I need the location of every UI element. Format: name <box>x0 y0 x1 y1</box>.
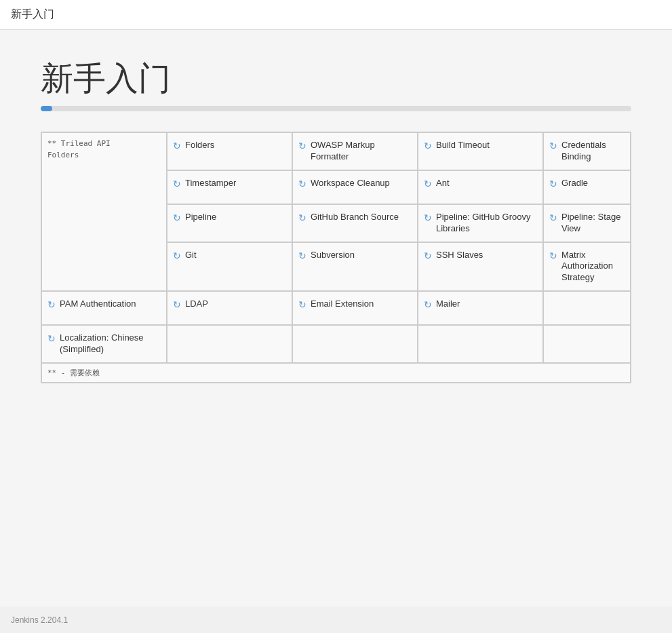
refresh-icon: ↻ <box>549 212 557 223</box>
refresh-icon: ↻ <box>298 299 307 310</box>
top-bar-title: 新手入门 <box>11 7 54 22</box>
plugin-cell-folders[interactable]: ↻ Folders <box>167 132 292 170</box>
plugin-cell-localization[interactable]: ↻ Localization: Chinese (Simplified) <box>41 325 167 363</box>
plugin-name: SSH Slaves <box>436 250 483 261</box>
plugin-name: Localization: Chinese (Simplified) <box>60 332 159 356</box>
plugin-cell-subversion[interactable]: ↻ Subversion <box>292 242 418 292</box>
refresh-icon: ↻ <box>298 178 307 189</box>
empty-cell <box>292 325 418 363</box>
refresh-icon: ↻ <box>173 250 181 261</box>
plugin-name: GitHub Branch Source <box>311 212 399 223</box>
progress-bar-fill <box>41 106 52 111</box>
plugin-name: Pipeline: Stage View <box>561 212 623 235</box>
plugin-cell-credentials-binding[interactable]: ↻ Credentials Binding <box>543 132 631 170</box>
plugin-name: Mailer <box>436 299 460 310</box>
plugin-name: Ant <box>436 178 450 189</box>
refresh-icon: ↻ <box>47 299 56 310</box>
plugin-name: Credentials Binding <box>561 140 623 163</box>
refresh-icon: ↻ <box>549 250 557 261</box>
plugin-cell-github-branch[interactable]: ↻ GitHub Branch Source <box>292 204 418 242</box>
refresh-icon: ↻ <box>173 140 181 151</box>
side-info-line1: ** Trilead API <box>47 139 111 148</box>
bottom-note: ** - 需要依赖 <box>41 363 631 383</box>
plugin-cell-gradle[interactable]: ↻ Gradle <box>543 170 631 204</box>
plugin-name: PAM Authentication <box>60 299 136 310</box>
refresh-icon: ↻ <box>173 299 181 310</box>
plugin-cell-mailer[interactable]: ↻ Mailer <box>418 291 543 325</box>
side-info-line2: Folders <box>47 151 79 159</box>
side-filler <box>543 291 631 325</box>
plugin-name: Matrix Authorization Strategy <box>561 250 623 284</box>
plugin-name: Pipeline: GitHub Groovy Libraries <box>436 212 536 235</box>
plugin-name: Gradle <box>561 178 588 189</box>
footer-version: Jenkins 2.204.1 <box>11 615 68 625</box>
refresh-icon: ↻ <box>424 250 432 261</box>
refresh-icon: ↻ <box>424 178 432 189</box>
plugin-cell-git[interactable]: ↻ Git <box>167 242 292 292</box>
plugin-cell-pipeline[interactable]: ↻ Pipeline <box>167 204 292 242</box>
plugin-cell-ant[interactable]: ↻ Ant <box>418 170 543 204</box>
plugin-name: Git <box>185 250 197 261</box>
refresh-icon: ↻ <box>424 140 432 151</box>
plugin-name: LDAP <box>185 299 208 310</box>
plugin-name: Folders <box>185 140 214 151</box>
plugin-cell-ldap[interactable]: ↻ LDAP <box>167 291 292 325</box>
page-heading: 新手入门 <box>41 57 631 100</box>
empty-cell <box>543 325 631 363</box>
refresh-icon: ↻ <box>549 178 557 189</box>
plugin-grid: ↻ Folders ↻ OWASP Markup Formatter ↻ Bui… <box>41 132 631 383</box>
plugin-cell-pipeline-groovy[interactable]: ↻ Pipeline: GitHub Groovy Libraries <box>418 204 543 242</box>
plugin-cell-timestamper[interactable]: ↻ Timestamper <box>167 170 292 204</box>
plugin-name: Timestamper <box>185 178 236 189</box>
refresh-icon: ↻ <box>298 140 307 151</box>
plugin-cell-matrix-auth[interactable]: ↻ Matrix Authorization Strategy <box>543 242 631 292</box>
plugin-cell-email-extension[interactable]: ↻ Email Extension <box>292 291 418 325</box>
progress-bar <box>41 106 631 111</box>
refresh-icon: ↻ <box>424 299 432 310</box>
refresh-icon: ↻ <box>47 333 56 344</box>
empty-cell <box>418 325 543 363</box>
refresh-icon: ↻ <box>549 140 557 151</box>
plugin-cell-owasp[interactable]: ↻ OWASP Markup Formatter <box>292 132 418 170</box>
plugin-name: OWASP Markup Formatter <box>311 140 410 163</box>
refresh-icon: ↻ <box>173 178 181 189</box>
main-content: 新手入门 ↻ Folders ↻ OWASP Markup Formatter … <box>0 30 672 607</box>
plugin-name: Workspace Cleanup <box>311 178 390 189</box>
footer: Jenkins 2.204.1 <box>0 607 672 633</box>
side-info-cell: ** Trilead API Folders <box>41 132 167 291</box>
refresh-icon: ↻ <box>298 212 307 223</box>
plugin-name: Pipeline <box>185 212 216 223</box>
empty-cell <box>167 325 292 363</box>
plugin-name: Build Timeout <box>436 140 490 151</box>
plugin-cell-ssh-slaves[interactable]: ↻ SSH Slaves <box>418 242 543 292</box>
plugin-grid-wrapper: ↻ Folders ↻ OWASP Markup Formatter ↻ Bui… <box>41 132 631 383</box>
plugin-name: Email Extension <box>311 299 374 310</box>
plugin-cell-pam-auth[interactable]: ↻ PAM Authentication <box>41 291 167 325</box>
plugin-cell-pipeline-stage[interactable]: ↻ Pipeline: Stage View <box>543 204 631 242</box>
top-bar: 新手入门 <box>0 0 672 30</box>
refresh-icon: ↻ <box>424 212 432 223</box>
refresh-icon: ↻ <box>298 250 307 261</box>
plugin-name: Subversion <box>311 250 355 261</box>
plugin-cell-build-timeout[interactable]: ↻ Build Timeout <box>418 132 543 170</box>
plugin-cell-workspace-cleanup[interactable]: ↻ Workspace Cleanup <box>292 170 418 204</box>
refresh-icon: ↻ <box>173 212 181 223</box>
